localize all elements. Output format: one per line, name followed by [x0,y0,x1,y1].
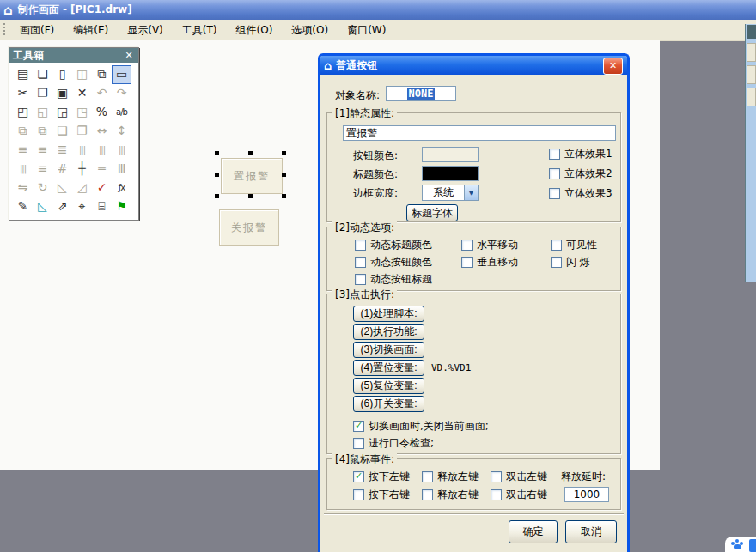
crosshair-icon[interactable]: ⌖ [72,197,92,216]
cut-icon[interactable]: ✂ [13,84,33,103]
selected-widget-set-alarm[interactable]: 置报警 [215,151,286,198]
toolbox-title-bar[interactable]: 工具箱 ✕ [9,48,138,63]
align-center-icon[interactable]: ≡ [33,141,52,160]
paw-icon[interactable] [731,539,745,550]
release-delay-input[interactable]: 1000 [564,487,609,502]
selection-handle[interactable] [215,194,219,198]
checkbox-dynamic-title-color[interactable]: ✓动态标题颜色 [355,238,432,252]
lock-icon[interactable]: ⌸ [92,197,112,216]
checkbox-left-double[interactable]: ✓双击左键 [491,470,547,484]
rails-icon[interactable]: ═ [92,160,112,179]
distribute-v-icon[interactable]: ||| [13,160,33,179]
dialog-title-bar[interactable]: ⌂ 普通按钮 [320,56,627,75]
ime-button[interactable] [749,539,756,552]
bring-front-icon[interactable]: ⧉ [13,122,33,141]
copy-icon[interactable]: ❐ [33,84,52,103]
selection-handle[interactable] [248,151,253,155]
menu-components[interactable]: 组件(O) [227,21,283,39]
selection-handle[interactable] [215,151,219,155]
checkbox-close-current-screen[interactable]: ✓切换画面时,关闭当前画面; [353,419,489,434]
shear-right-icon[interactable]: ◿ [72,179,92,197]
menu-picture[interactable]: 画面(F) [10,21,64,39]
overlap-icon[interactable]: ❏ [52,122,72,141]
button-tool-icon[interactable]: ▭ [112,65,131,84]
checkbox-blink[interactable]: ✓闪 烁 [551,255,590,270]
align-left-icon[interactable]: ≡ [13,141,33,160]
distribute-h-icon[interactable]: ≡ [33,160,52,179]
menu-options[interactable]: 选项(O) [282,21,338,39]
properties-icon[interactable]: ✎ [13,197,33,216]
undo-icon[interactable]: ↶ [92,84,112,103]
align-justify-icon[interactable]: ≣ [52,141,72,160]
columns-icon[interactable]: Ⅲ [112,160,131,179]
checkbox-right-up[interactable]: ✓释放右键 [422,488,479,502]
selection-handle[interactable] [282,173,286,177]
checkbox-dynamic-button-color[interactable]: ✓动态按钮颜色 [355,255,432,270]
regroup-icon[interactable]: ◲ [52,103,72,122]
run-flag-icon[interactable]: ⚑ [112,197,131,216]
window-stack-icon[interactable]: ⧉ [92,65,112,84]
close-icon[interactable]: ✕ [123,50,135,61]
flip-horizontal-icon[interactable]: ⇋ [13,179,33,197]
paste-icon[interactable]: ▣ [52,84,72,103]
checkbox-vertical-move[interactable]: ✓垂直移动 [461,255,518,270]
delete-icon[interactable]: ✕ [72,84,92,103]
object-name-input[interactable]: NONE [386,86,456,101]
ruler-icon[interactable]: ◺ [33,197,52,216]
chevron-down-icon[interactable]: ▼ [464,185,478,200]
menu-window[interactable]: 窗口(W) [338,21,395,39]
selection-handle[interactable] [248,194,253,198]
overlap2-icon[interactable]: ❐ [72,122,92,141]
selection-handle[interactable] [282,194,286,198]
checkbox-dynamic-button-caption[interactable]: ✓动态按钮标题 [355,272,432,287]
checkbox-left-down[interactable]: ✓按下左键 [353,470,410,484]
fraction-icon[interactable]: a/b [112,103,131,122]
script-check-icon[interactable]: ✓ [92,179,112,197]
ok-button[interactable]: 确定 [509,520,558,543]
checkbox-password-check[interactable]: ✓进行口令检查; [353,436,434,451]
ungroup-icon[interactable]: ◱ [33,103,52,122]
menu-edit[interactable]: 编辑(E) [64,21,118,39]
same-height-icon[interactable]: ↕ [112,122,131,141]
resize-icon[interactable]: ⇗ [52,197,72,216]
checkbox-visibility[interactable]: ✓可见性 [551,238,597,252]
new-file-icon[interactable]: ▤ [13,65,33,84]
open-folder-icon[interactable]: ❏ [33,65,52,84]
docked-toolbar-button[interactable] [747,43,756,62]
canvas-button-close-alarm[interactable]: 关报警 [219,209,279,246]
menu-tools[interactable]: 工具(T) [173,21,227,39]
checkbox-left-up[interactable]: ✓释放左键 [422,470,479,484]
caption-input[interactable]: 置报警 [343,125,616,141]
canvas-button-set-alarm[interactable]: 置报警 [221,158,283,194]
checkbox-3d-effect-1[interactable]: ✓立体效果1 [549,147,613,161]
title-color-swatch[interactable] [422,166,479,181]
grid-icon[interactable]: # [52,160,72,179]
cancel-button[interactable]: 取消 [565,520,617,543]
shear-left-icon[interactable]: ◺ [52,179,72,197]
percent-icon[interactable]: % [92,103,112,122]
border-width-select[interactable]: 系统 ▼ [422,185,479,201]
function-icon[interactable]: ƒx [112,179,131,197]
docked-toolbar-button[interactable] [747,88,756,106]
center-cross-icon[interactable]: ┼ [72,160,92,179]
redo-icon[interactable]: ↷ [112,84,131,103]
document-icon[interactable]: ▯ [52,65,72,84]
rotate-icon[interactable]: ↻ [33,179,52,197]
vertical-full-icon[interactable]: ||| [112,141,131,160]
selection-handle[interactable] [215,173,219,177]
checkbox-right-double[interactable]: ✓双击右键 [491,488,547,502]
docked-toolbar-button[interactable] [747,65,756,84]
vertical-mid-icon[interactable]: ||| [92,141,112,160]
checkbox-horizontal-move[interactable]: ✓水平移动 [461,238,518,252]
save-icon[interactable]: ◫ [72,65,92,84]
send-back-icon[interactable]: ⧉ [33,122,52,141]
vertical-bars-icon[interactable]: ||| [72,141,92,160]
checkbox-3d-effect-3[interactable]: ✓立体效果3 [549,186,613,201]
checkbox-right-down[interactable]: ✓按下右键 [353,488,410,502]
dialog-close-button[interactable]: ✕ [603,58,623,75]
same-width-icon[interactable]: ↔ [92,122,112,141]
checkbox-3d-effect-2[interactable]: ✓立体效果2 [549,167,613,181]
menu-view[interactable]: 显示(V) [118,21,173,39]
group-icon[interactable]: ◰ [13,103,33,122]
button-color-swatch[interactable] [422,147,479,162]
